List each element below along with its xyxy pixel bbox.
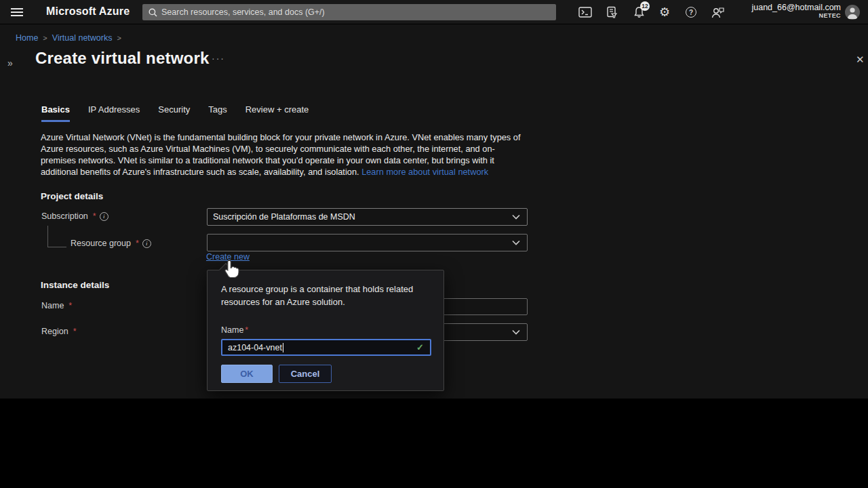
vnet-description: Azure Virtual Network (VNet) is the fund… — [41, 131, 526, 178]
cancel-button[interactable]: Cancel — [279, 365, 332, 383]
chevron-down-icon — [512, 240, 520, 245]
chevron-down-icon — [512, 214, 520, 220]
resource-group-description: A resource group is a container that hol… — [221, 283, 429, 308]
tab-security[interactable]: Security — [158, 104, 190, 122]
user-directory: NETEC — [751, 12, 841, 19]
subscription-dropdown[interactable]: Suscripción de Plataformas de MSDN — [207, 208, 528, 226]
user-email: juand_66@hotmail.com — [751, 3, 841, 12]
account-menu[interactable]: juand_66@hotmail.com NETEC — [751, 3, 841, 20]
subscription-info-icon[interactable]: i — [100, 212, 108, 221]
resource-group-name-input[interactable]: az104-04-vnet ✓ — [221, 339, 431, 356]
popup-name-label: Name* — [221, 325, 248, 335]
azure-portal: Microsoft Azure — [0, 0, 868, 488]
feedback-icon[interactable] — [709, 4, 726, 20]
search-input[interactable] — [161, 7, 514, 17]
chevron-down-icon — [512, 329, 520, 335]
project-details-heading: Project details — [41, 191, 103, 201]
hamburger-menu-icon[interactable] — [11, 6, 24, 18]
notification-count-badge: 12 — [640, 1, 650, 11]
title-more-icon[interactable]: ··· — [212, 53, 225, 64]
top-bar: Microsoft Azure — [0, 0, 868, 24]
breadcrumb-home-link[interactable]: Home — [16, 33, 38, 43]
help-icon[interactable]: ? — [682, 4, 700, 20]
resource-group-info-icon[interactable]: i — [142, 239, 151, 248]
close-blade-icon[interactable]: ✕ — [856, 54, 865, 66]
create-vnet-blade: Home>Virtual networks> » Create virtual … — [0, 24, 868, 399]
page-title: Create virtual network — [35, 49, 209, 68]
learn-more-link[interactable]: Learn more about virtual network — [361, 167, 488, 177]
tab-ip-addresses[interactable]: IP Addresses — [88, 104, 140, 122]
avatar[interactable] — [845, 5, 860, 20]
create-resource-group-popup: A resource group is a container that hol… — [207, 270, 444, 391]
vnet-name-label: Name* — [41, 301, 72, 310]
settings-gear-icon[interactable]: ⚙ — [656, 4, 673, 20]
ok-button[interactable]: OK — [221, 365, 273, 383]
global-search[interactable] — [142, 4, 556, 20]
azure-brand-logo[interactable]: Microsoft Azure — [46, 5, 130, 18]
directory-filter-icon[interactable] — [603, 4, 620, 20]
field-indent-connector — [47, 226, 66, 247]
popup-beak — [219, 263, 233, 277]
create-new-resource-group-link[interactable]: Create new — [206, 252, 250, 262]
subscription-label: Subscription* i — [41, 211, 108, 221]
breadcrumb: Home>Virtual networks> — [16, 33, 126, 43]
resource-group-dropdown[interactable] — [207, 234, 528, 251]
search-icon — [149, 8, 157, 17]
resource-group-label: Resource group* i — [71, 239, 151, 248]
expand-portal-menu-icon[interactable]: » — [7, 58, 13, 68]
tab-tags[interactable]: Tags — [208, 104, 226, 122]
cloud-shell-icon[interactable] — [576, 4, 594, 20]
text-caret — [283, 343, 283, 352]
tab-review-create[interactable]: Review + create — [245, 104, 309, 122]
valid-check-icon: ✓ — [416, 342, 424, 352]
breadcrumb-virtual-networks-link[interactable]: Virtual networks — [52, 33, 113, 43]
wizard-tabs: Basics IP Addresses Security Tags Review… — [41, 104, 309, 122]
tab-basics[interactable]: Basics — [41, 104, 70, 122]
region-label: Region* — [41, 327, 77, 336]
notifications-bell-icon[interactable]: 12 — [630, 4, 648, 20]
instance-details-heading: Instance details — [41, 280, 109, 290]
